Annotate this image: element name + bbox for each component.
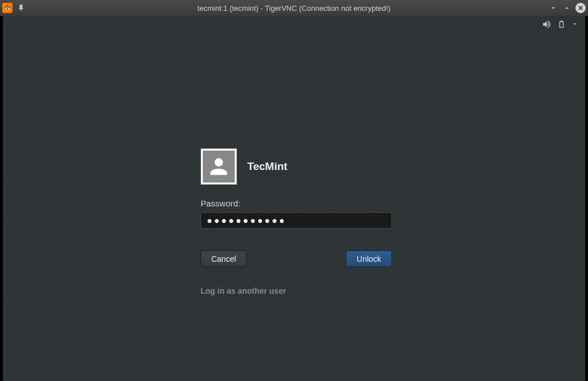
titlebar-right-controls [548, 3, 586, 13]
username-label: TecMint [247, 160, 287, 173]
titlebar-left-controls: 🐯 [2, 3, 26, 13]
person-icon [206, 154, 231, 179]
maximize-icon[interactable] [562, 3, 572, 13]
cancel-button[interactable]: Cancel [201, 250, 247, 267]
window-title: tecmint:1 (tecmint) - TigerVNC (Connecti… [198, 4, 391, 13]
battery-icon[interactable] [557, 20, 566, 29]
login-as-other-user-link[interactable]: Log in as another user [201, 286, 392, 295]
window-titlebar: 🐯 tecmint:1 (tecmint) - TigerVNC (Connec… [0, 0, 588, 16]
gnome-top-panel [535, 16, 585, 32]
password-label: Password: [201, 198, 392, 208]
tigervnc-app-icon: 🐯 [2, 3, 13, 13]
volume-icon[interactable] [542, 19, 552, 29]
user-display: TecMint [201, 148, 392, 185]
vnc-desktop: TecMint Password: Cancel Unlock Log in a… [3, 16, 585, 381]
action-buttons: Cancel Unlock [201, 250, 392, 267]
password-input[interactable] [201, 212, 392, 229]
pin-icon[interactable] [16, 3, 26, 13]
dropdown-arrow-icon[interactable] [571, 21, 578, 27]
minimize-icon[interactable] [548, 3, 558, 13]
avatar [201, 148, 237, 185]
unlock-button[interactable]: Unlock [346, 250, 392, 267]
close-button[interactable] [575, 3, 586, 13]
lock-screen-login: TecMint Password: Cancel Unlock Log in a… [201, 148, 392, 295]
